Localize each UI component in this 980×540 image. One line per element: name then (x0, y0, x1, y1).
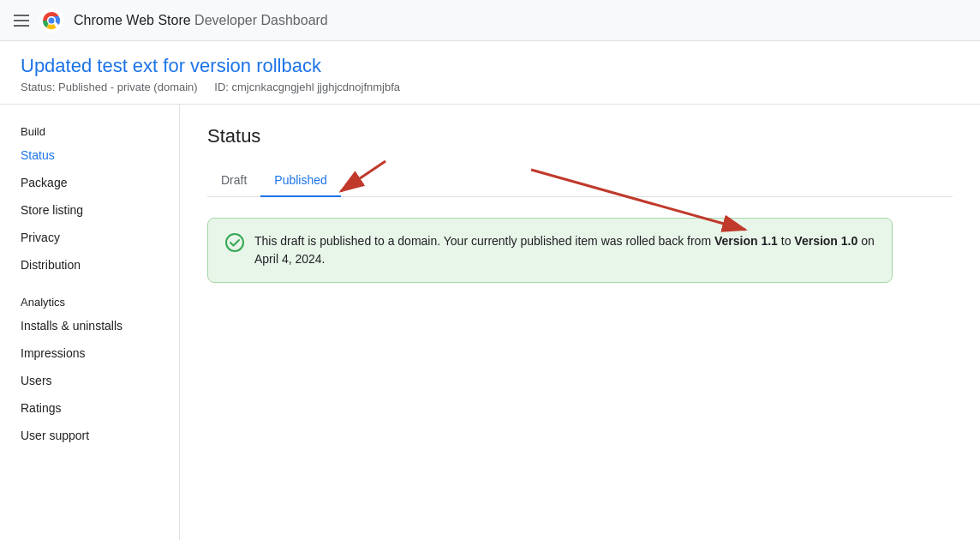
sidebar-item-status[interactable]: Status (0, 141, 179, 169)
main-layout: Build Status Package Store listing Priva… (0, 105, 980, 540)
tab-draft[interactable]: Draft (207, 165, 260, 197)
sidebar-section-build: Build (0, 118, 179, 141)
page-meta: Status: Published - private (domain) ID:… (21, 81, 959, 93)
topbar: Chrome Web Store Developer Dashboard (0, 0, 980, 41)
sidebar-item-impressions[interactable]: Impressions (0, 339, 179, 367)
topbar-title: Chrome Web Store Developer Dashboard (74, 13, 328, 28)
sidebar-item-package[interactable]: Package (0, 169, 179, 196)
sidebar-item-users[interactable]: Users (0, 367, 179, 394)
content-title: Status (207, 125, 953, 147)
sidebar-item-privacy[interactable]: Privacy (0, 224, 179, 251)
svg-point-2 (49, 17, 55, 23)
id-text: ID: cmjcnkacgngjehl jjghjcdnojfnmjbfa (214, 81, 400, 93)
svg-point-3 (226, 234, 243, 251)
main-content: Status Draft Published This draft is pub… (180, 105, 980, 540)
chrome-logo-icon (39, 9, 63, 33)
sidebar-item-ratings[interactable]: Ratings (0, 394, 179, 422)
status-message-text: This draft is published to a domain. You… (254, 232, 875, 268)
success-icon (225, 233, 244, 255)
sidebar-item-installs[interactable]: Installs & uninstalls (0, 312, 179, 339)
status-message-box: This draft is published to a domain. You… (207, 218, 893, 283)
sidebar: Build Status Package Store listing Priva… (0, 105, 180, 540)
status-text: Status: Published - private (domain) (21, 81, 198, 93)
tab-published[interactable]: Published (260, 165, 341, 197)
sidebar-item-user-support[interactable]: User support (0, 422, 179, 449)
menu-icon[interactable] (14, 15, 29, 27)
tabs: Draft Published (207, 165, 953, 197)
sidebar-item-distribution[interactable]: Distribution (0, 251, 179, 279)
page-title: Updated test ext for version rollback (21, 55, 959, 77)
sidebar-section-analytics: Analytics (0, 289, 179, 312)
sidebar-item-store-listing[interactable]: Store listing (0, 196, 179, 224)
logo (39, 9, 63, 33)
page-header: Updated test ext for version rollback St… (0, 41, 980, 105)
